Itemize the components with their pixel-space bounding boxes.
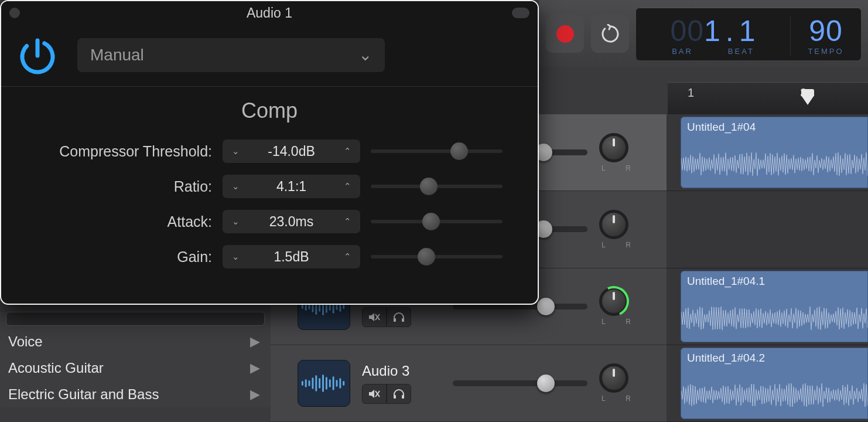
transport-toolbar: 001.1 BARBEAT 90 TEMPO xyxy=(539,0,868,67)
library-item-label: Electric Guitar and Bass xyxy=(8,386,159,403)
param-row: Gain:⌄1.5dB⌃ xyxy=(36,239,503,274)
param-slider[interactable] xyxy=(371,255,503,258)
region-lane[interactable]: Untitled_1#04.1 xyxy=(667,268,868,345)
pan-labels: LR xyxy=(599,318,633,326)
param-value[interactable]: 4.1:1 xyxy=(248,179,334,195)
library-item[interactable]: Electric Guitar and Bass▶ xyxy=(0,381,271,407)
power-icon xyxy=(17,35,58,76)
power-button[interactable] xyxy=(14,32,61,79)
plugin-titlebar[interactable]: Audio 1 xyxy=(1,1,538,23)
svg-rect-67 xyxy=(402,395,404,399)
pan-knob[interactable] xyxy=(599,133,628,162)
record-button[interactable] xyxy=(546,15,584,53)
pan-knob[interactable] xyxy=(599,287,628,316)
headphone-button[interactable] xyxy=(387,384,411,404)
region-name: Untitled_1#04.1 xyxy=(681,271,867,291)
stepper-down-button[interactable]: ⌄ xyxy=(223,175,248,198)
param-stepper[interactable]: ⌄-14.0dB⌃ xyxy=(223,139,360,163)
stepper-down-button[interactable]: ⌄ xyxy=(223,245,248,268)
region-lane[interactable]: Untitled_1#04.2 xyxy=(667,345,868,422)
slider-thumb[interactable] xyxy=(537,375,555,392)
svg-rect-59 xyxy=(329,379,331,387)
pan-labels: LR xyxy=(599,241,633,249)
svg-rect-54 xyxy=(312,377,313,389)
lcd-tempo[interactable]: 90 TEMPO xyxy=(791,16,861,56)
region-name: Untitled_1#04 xyxy=(681,117,867,137)
slider-thumb[interactable] xyxy=(450,142,468,160)
record-icon xyxy=(556,25,574,43)
track-header[interactable]: Audio 3LR xyxy=(271,345,667,422)
lcd-display: 001.1 BARBEAT 90 TEMPO xyxy=(636,8,861,60)
headphone-button[interactable] xyxy=(387,307,411,327)
stepper-up-button[interactable]: ⌃ xyxy=(334,139,360,163)
svg-rect-62 xyxy=(339,378,341,389)
param-label: Attack: xyxy=(36,213,212,230)
slider-thumb[interactable] xyxy=(537,298,555,315)
stepper-down-button[interactable]: ⌄ xyxy=(223,210,248,233)
preset-dropdown[interactable]: Manual ⌄ xyxy=(77,38,385,72)
volume-slider[interactable] xyxy=(453,380,587,386)
param-stepper[interactable]: ⌄4.1:1⌃ xyxy=(223,175,360,198)
param-label: Gain: xyxy=(36,249,212,266)
window-dot-icon[interactable] xyxy=(512,8,529,18)
param-row: Attack:⌄23.0ms⌃ xyxy=(36,204,503,239)
chevron-right-icon: ▶ xyxy=(250,360,260,376)
cycle-button[interactable] xyxy=(591,15,629,53)
svg-rect-53 xyxy=(309,380,310,386)
param-stepper[interactable]: ⌄1.5dB⌃ xyxy=(223,245,360,268)
cycle-icon xyxy=(600,24,620,44)
svg-rect-58 xyxy=(326,377,327,390)
plugin-title: Audio 1 xyxy=(1,5,538,21)
param-row: Ratio:⌄4.1:1⌃ xyxy=(36,169,503,204)
svg-rect-50 xyxy=(402,318,404,322)
param-slider[interactable] xyxy=(371,220,503,223)
region-lane[interactable] xyxy=(667,191,868,268)
library-item[interactable]: Voice▶ xyxy=(0,328,271,355)
mute-button[interactable] xyxy=(362,307,387,327)
stepper-up-button[interactable]: ⌃ xyxy=(334,175,360,198)
stepper-up-button[interactable]: ⌃ xyxy=(334,245,360,268)
stepper-up-button[interactable]: ⌃ xyxy=(334,210,360,233)
library-search-input[interactable] xyxy=(6,312,265,326)
library-item[interactable]: Acoustic Guitar▶ xyxy=(0,355,271,381)
lcd-bar[interactable]: 001.1 BARBEAT xyxy=(636,16,791,56)
param-slider[interactable] xyxy=(371,149,503,153)
track-name: Audio 3 xyxy=(362,363,441,379)
param-stepper[interactable]: ⌄23.0ms⌃ xyxy=(223,210,360,233)
chevron-right-icon: ▶ xyxy=(250,387,260,402)
slider-thumb[interactable] xyxy=(420,178,438,195)
svg-rect-49 xyxy=(394,318,396,322)
param-value[interactable]: 23.0ms xyxy=(248,214,334,230)
param-value[interactable]: -14.0dB xyxy=(248,144,334,159)
pan-knob[interactable] xyxy=(599,210,628,239)
track-icon[interactable] xyxy=(298,360,350,407)
svg-rect-61 xyxy=(336,380,338,387)
param-slider[interactable] xyxy=(371,185,503,188)
svg-rect-60 xyxy=(333,376,334,390)
param-label: Compressor Threshold: xyxy=(36,143,212,160)
region-lane[interactable]: Untitled_1#04 xyxy=(667,114,868,191)
mute-button[interactable] xyxy=(362,384,387,404)
audio-region[interactable]: Untitled_1#04.2 xyxy=(681,348,868,419)
chevron-down-icon: ⌄ xyxy=(358,45,372,64)
library-item-label: Acoustic Guitar xyxy=(8,360,104,376)
chevron-right-icon: ▶ xyxy=(250,334,260,349)
svg-rect-55 xyxy=(315,375,317,391)
playhead-icon[interactable] xyxy=(801,96,814,105)
timeline-ruler[interactable]: 1 3 xyxy=(668,82,868,114)
param-value[interactable]: 1.5dB xyxy=(248,249,334,265)
ruler-zone: >⎮< 1 3 xyxy=(539,67,868,114)
region-lane-list: Untitled_1#04Untitled_1#04.1Untitled_1#0… xyxy=(667,114,868,422)
library-panel: Voice▶Acoustic Guitar▶Electric Guitar an… xyxy=(0,312,271,407)
svg-rect-51 xyxy=(302,381,303,386)
audio-region[interactable]: Untitled_1#04.1 xyxy=(681,271,868,342)
region-name: Untitled_1#04.2 xyxy=(681,348,867,368)
slider-thumb[interactable] xyxy=(418,248,435,266)
pan-labels: LR xyxy=(599,164,633,172)
stepper-down-button[interactable]: ⌄ xyxy=(223,139,248,163)
audio-region[interactable]: Untitled_1#04 xyxy=(681,117,868,188)
svg-rect-57 xyxy=(322,375,324,392)
slider-thumb[interactable] xyxy=(422,213,440,230)
plugin-window: Audio 1 Manual ⌄ Comp Compressor Thresho… xyxy=(0,0,539,305)
pan-knob[interactable] xyxy=(599,363,628,393)
